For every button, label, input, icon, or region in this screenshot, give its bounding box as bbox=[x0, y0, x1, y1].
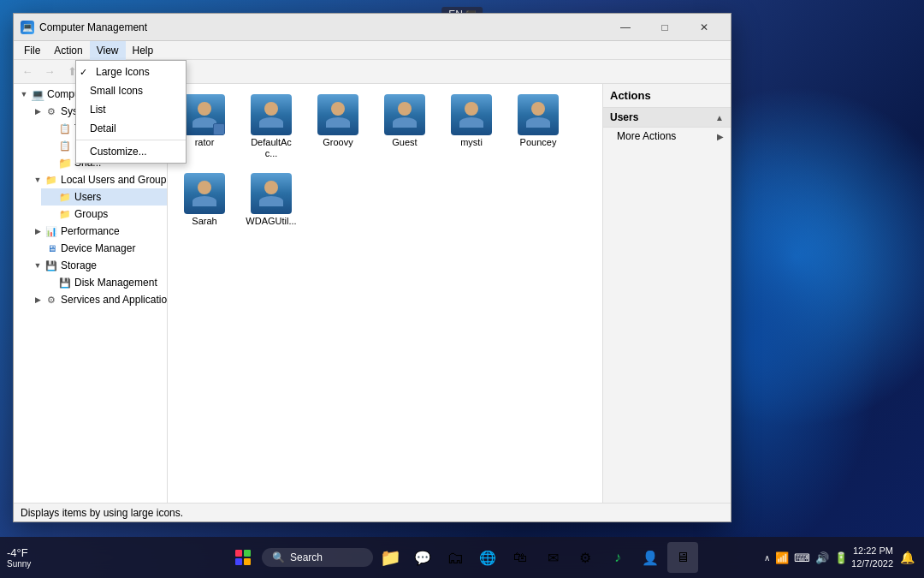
actions-section-label: Users bbox=[610, 111, 638, 123]
detail-label: Detail bbox=[90, 122, 116, 134]
tree-users[interactable]: 📁 Users bbox=[41, 188, 167, 206]
services-label: Services and Applications bbox=[61, 294, 168, 306]
user-icon-groovy[interactable]: Groovy bbox=[308, 91, 368, 163]
more-actions-item[interactable]: More Actions ▶ bbox=[603, 128, 731, 145]
maximize-button[interactable]: □ bbox=[645, 14, 684, 41]
user-icon-defaultacc[interactable]: DefaultAcc... bbox=[241, 91, 301, 163]
user-icon-pouncey[interactable]: Pouncey bbox=[508, 91, 568, 163]
battery-icon[interactable]: 🔋 bbox=[834, 551, 848, 564]
user-label-pouncey: Pouncey bbox=[520, 137, 557, 148]
disk-toggle-icon bbox=[44, 276, 58, 289]
tree-storage[interactable]: ▼ 💾 Storage bbox=[27, 257, 167, 274]
view-small-icons[interactable]: Small Icons bbox=[76, 81, 186, 100]
small-icons-label: Small Icons bbox=[90, 85, 143, 97]
view-dropdown-menu: Large Icons Small Icons List Detail Cust… bbox=[75, 60, 187, 164]
network-icon[interactable]: 📶 bbox=[775, 551, 789, 564]
local-users-icon: 📁 bbox=[44, 173, 58, 187]
menu-view[interactable]: View bbox=[90, 41, 126, 60]
user-taskbar-button[interactable]: 👤 bbox=[635, 542, 666, 573]
customize-label: Customize... bbox=[90, 146, 147, 158]
user-icon-mysti[interactable]: mysti bbox=[441, 91, 501, 163]
menu-file[interactable]: File bbox=[17, 41, 47, 60]
taskbar-search[interactable]: 🔍 Search bbox=[262, 548, 373, 567]
perf-icon: 📊 bbox=[44, 224, 58, 238]
shared-icon: 📁 bbox=[58, 156, 72, 170]
user-label-sarah: Sarah bbox=[192, 216, 216, 227]
volume-icon[interactable]: 🔊 bbox=[815, 551, 829, 564]
perf-toggle-icon: ▶ bbox=[31, 224, 44, 238]
disk-label: Disk Management bbox=[74, 277, 157, 289]
actions-header: Actions bbox=[603, 84, 731, 108]
teams-button[interactable]: 💬 bbox=[407, 542, 438, 573]
file-explorer-button[interactable]: 📁 bbox=[375, 542, 406, 573]
clock-widget[interactable]: 12:22 PM 12/7/2022 bbox=[851, 545, 893, 571]
user-icon-wdagutil[interactable]: WDAGUtil... bbox=[241, 170, 301, 230]
storage-label: Storage bbox=[61, 259, 97, 271]
actions-panel: Actions Users ▲ More Actions ▶ bbox=[602, 84, 731, 503]
users-icon: 📁 bbox=[58, 190, 72, 204]
actions-section-users[interactable]: Users ▲ bbox=[603, 108, 731, 128]
edge-button[interactable]: 🌐 bbox=[472, 542, 503, 573]
view-large-icons[interactable]: Large Icons bbox=[76, 63, 186, 81]
tree-services[interactable]: ▶ ⚙ Services and Applications bbox=[27, 291, 167, 308]
user-label-administrator: rator bbox=[195, 137, 215, 148]
weather-temp: -4°F bbox=[7, 546, 31, 559]
view-list[interactable]: List bbox=[76, 100, 186, 119]
svg-rect-1 bbox=[244, 550, 251, 557]
status-text: Displays items by using large icons. bbox=[21, 507, 183, 519]
view-detail[interactable]: Detail bbox=[76, 119, 186, 138]
windows-logo-icon bbox=[235, 550, 251, 565]
start-button[interactable] bbox=[226, 540, 260, 575]
forward-button[interactable]: → bbox=[39, 63, 60, 81]
title-bar: 💻 Computer Management — □ ✕ bbox=[14, 14, 731, 41]
user-label-defaultacc: DefaultAcc... bbox=[245, 137, 298, 159]
view-customize[interactable]: Customize... bbox=[76, 142, 186, 161]
system-icon: ⚙ bbox=[44, 104, 58, 118]
notification-button[interactable]: 🔔 bbox=[897, 547, 917, 568]
keyboard-icon[interactable]: ⌨ bbox=[794, 551, 810, 564]
dropdown-separator bbox=[76, 140, 186, 140]
user-icon-sarah[interactable]: Sarah bbox=[175, 170, 234, 230]
menu-help[interactable]: Help bbox=[126, 41, 161, 60]
local-users-label: Local Users and Groups bbox=[61, 174, 168, 186]
icon-grid-panel: rator DefaultAcc... Gr bbox=[168, 84, 602, 503]
user-label-wdagutil: WDAGUtil... bbox=[246, 216, 296, 227]
list-label: List bbox=[90, 104, 106, 116]
computer-mgmt-taskbar-button[interactable]: 🖥 bbox=[667, 542, 698, 573]
weather-widget[interactable]: -4°F Sunny bbox=[7, 546, 31, 569]
computer-management-window: 💻 Computer Management — □ ✕ File Action … bbox=[13, 13, 732, 522]
storage-toggle-icon: ▼ bbox=[31, 259, 44, 272]
store-button[interactable]: 🛍 bbox=[505, 542, 536, 573]
settings-taskbar-button[interactable]: ⚙ bbox=[570, 542, 601, 573]
user-label-groovy: Groovy bbox=[323, 137, 352, 148]
tree-device-manager[interactable]: 🖥 Device Manager bbox=[27, 240, 167, 257]
task-toggle-icon bbox=[44, 122, 58, 135]
tree-performance[interactable]: ▶ 📊 Performance bbox=[27, 223, 167, 240]
shared-toggle-icon bbox=[44, 156, 58, 170]
user-icon-guest[interactable]: Guest bbox=[375, 91, 435, 163]
taskbar-right: ∧ 📶 ⌨ 🔊 🔋 12:22 PM 12/7/2022 🔔 bbox=[764, 545, 917, 571]
svg-rect-3 bbox=[244, 558, 251, 565]
title-bar-controls: — □ ✕ bbox=[606, 14, 724, 41]
user-label-mysti: mysti bbox=[460, 137, 483, 148]
spotify-button[interactable]: ♪ bbox=[602, 542, 633, 573]
user-label-guest: Guest bbox=[392, 137, 417, 148]
clock-time: 12:22 PM bbox=[851, 545, 893, 557]
tree-disk-management[interactable]: 💾 Disk Management bbox=[41, 274, 167, 291]
mail-button[interactable]: ✉ bbox=[537, 542, 568, 573]
more-actions-arrow-icon: ▶ bbox=[717, 132, 724, 141]
back-button[interactable]: ← bbox=[17, 63, 38, 81]
tray-expand-icon[interactable]: ∧ bbox=[764, 553, 770, 563]
tree-local-users[interactable]: ▼ 📁 Local Users and Groups bbox=[27, 171, 167, 188]
taskbar: -4°F Sunny 🔍 Search 📁 💬 🗂 🌐 🛍 bbox=[0, 537, 924, 578]
tree-groups[interactable]: 📁 Groups bbox=[41, 206, 167, 223]
close-button[interactable]: ✕ bbox=[684, 14, 724, 41]
menu-action[interactable]: Action bbox=[47, 41, 89, 60]
search-icon: 🔍 bbox=[272, 551, 285, 563]
minimize-button[interactable]: — bbox=[606, 14, 645, 41]
more-actions-label: More Actions bbox=[617, 130, 676, 142]
file-manager-button[interactable]: 🗂 bbox=[440, 542, 471, 573]
event-toggle-icon bbox=[44, 139, 58, 152]
svg-rect-2 bbox=[235, 558, 242, 565]
devmgr-toggle-icon bbox=[31, 241, 44, 255]
